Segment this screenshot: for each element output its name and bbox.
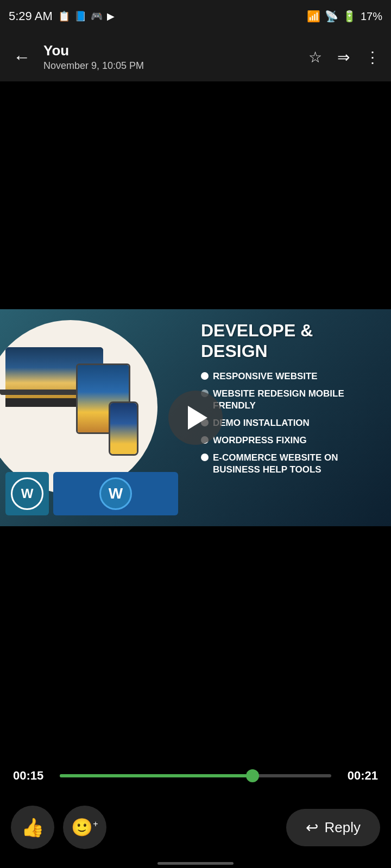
emoji-add-icon: 🙂+ [71,817,98,838]
progress-thumb[interactable] [246,769,259,782]
bullet-icon [201,372,209,380]
reply-label: Reply [325,819,361,836]
list-item-text: E-COMMERCE WEBSITE ON BUSINESS HELP TOOL… [213,452,380,476]
wifi-icon: 📶 [307,10,320,23]
wordpress-logo-box: W [53,472,178,515]
current-time: 00:15 [13,769,51,783]
sender-name: You [43,42,298,59]
action-bar: 👍 🙂+ ↩ Reply [0,797,391,857]
play-button[interactable] [168,391,223,445]
game-icon: 🎮 [91,10,103,22]
content-area: W W DEVELOPE & DESIGN RESPONSIVE WEBSITE [0,81,391,797]
signal-icon: 📡 [325,10,338,23]
list-item: WORDPRESS FIXING [201,435,380,446]
thumbs-up-icon: 👍 [21,816,44,838]
time-display: 5:29 AM [9,9,53,23]
list-item: E-COMMERCE WEBSITE ON BUSINESS HELP TOOL… [201,452,380,476]
youtube-icon: ▶ [107,10,115,22]
bottom-icons: W W [0,472,190,515]
email-info: You November 9, 10:05 PM [43,42,298,72]
wp-circle: W [11,477,43,510]
home-indicator [157,862,234,865]
wordpress-icon-box: W [5,472,49,515]
play-triangle-icon [188,406,207,430]
black-space-top [0,81,391,309]
status-bar: 5:29 AM 📋 📘 🎮 ▶ 📶 📡 🔋 17% [0,0,391,33]
battery-percent: 17% [361,10,382,23]
thumbnail-left: W W [0,309,195,526]
progress-fill [60,774,253,777]
list-item: WEBSITE REDESIGN MOBILE FRENDLY [201,388,380,412]
total-time: 00:21 [340,769,378,783]
emoji-add-button[interactable]: 🙂+ [63,806,106,849]
list-item-text: DEMO INSTALLATION [213,417,310,429]
design-title: DEVELOPE & DESIGN [201,320,380,362]
progress-track[interactable] [60,774,331,777]
battery-icon: 🔋 [343,10,356,23]
bullet-icon [201,454,209,461]
email-timestamp: November 9, 10:05 PM [43,60,298,72]
design-list: RESPONSIVE WEBSITE WEBSITE REDESIGN MOBI… [201,371,380,476]
video-progress-bar[interactable]: 00:15 00:21 [0,754,391,797]
reply-icon: ↩ [306,819,318,837]
reply-button[interactable]: ↩ Reply [286,809,380,846]
more-button[interactable]: ⋮ [363,46,382,68]
phone-mockup [109,401,138,456]
list-item: DEMO INSTALLATION [201,417,380,429]
list-item-text: RESPONSIVE WEBSITE [213,371,318,382]
wp-logo: W [99,477,132,510]
thumbnail-right: DEVELOPE & DESIGN RESPONSIVE WEBSITE WEB… [195,309,391,526]
facebook-icon: 📘 [74,10,86,22]
video-thumbnail[interactable]: W W DEVELOPE & DESIGN RESPONSIVE WEBSITE [0,309,391,526]
forward-button[interactable]: ⇒ [335,46,352,68]
toolbar-actions: ☆ ⇒ ⋮ [306,46,382,68]
list-item-text: WORDPRESS FIXING [213,435,307,446]
notification-icon: 📋 [58,10,70,22]
back-button[interactable]: ← [9,43,35,72]
thumbs-up-button[interactable]: 👍 [11,806,54,849]
list-item-text: WEBSITE REDESIGN MOBILE FRENDLY [213,388,380,412]
toolbar: ← You November 9, 10:05 PM ☆ ⇒ ⋮ [0,33,391,81]
phone-screen [110,403,137,454]
devices-inner [0,331,147,483]
devices-circle [0,320,157,494]
star-button[interactable]: ☆ [306,46,324,68]
list-item: RESPONSIVE WEBSITE [201,371,380,382]
